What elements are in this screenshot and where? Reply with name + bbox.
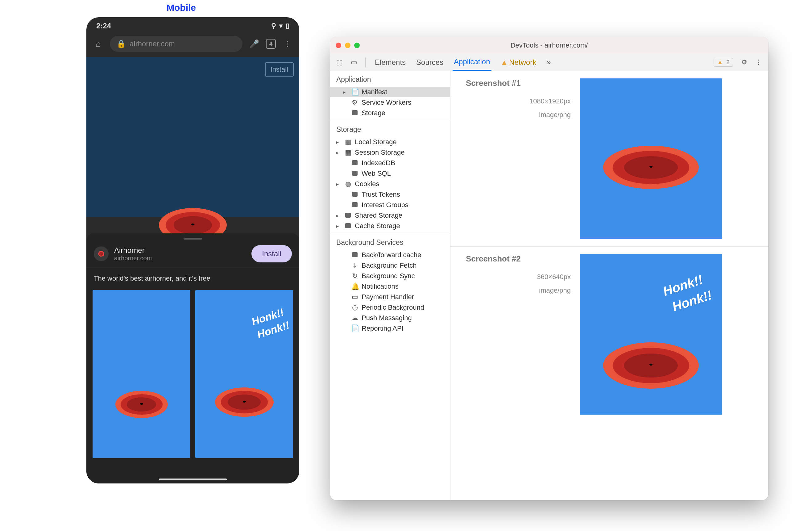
install-outline-button[interactable]: Install [265, 62, 294, 76]
sidebar-item-shared-storage[interactable]: ▸Shared Storage [330, 210, 450, 221]
phone-statusbar: 2:24 ⚲ ▾ ▯ [86, 17, 299, 33]
warning-icon: ▲ [501, 58, 508, 66]
screenshot-mime: image/png [460, 111, 571, 119]
kebab-menu-icon[interactable]: ⋮ [282, 38, 293, 50]
devtools-tabbar: ⬚ ▭ Elements Sources Application ▲Networ… [330, 54, 768, 71]
home-icon[interactable]: ⌂ [92, 38, 104, 50]
screenshot-preview: Honk!! Honk!! [580, 254, 722, 415]
sidebar-item-payment-handler[interactable]: ▭Payment Handler [330, 292, 450, 302]
screenshot-title: Screenshot #1 [466, 79, 571, 88]
sidebar-item-websql[interactable]: Web SQL [330, 168, 450, 179]
sidebar-item-periodic-background[interactable]: ◷Periodic Background [330, 302, 450, 313]
sheet-handle[interactable] [184, 238, 202, 240]
sheet-header: Airhorner airhorner.com Install [86, 245, 299, 268]
install-sheet: Airhorner airhorner.com Install The worl… [86, 233, 299, 484]
gesture-bar [159, 478, 227, 480]
manifest-screenshot-row: Screenshot #2 360×640px image/png Honk!!… [450, 247, 768, 422]
device-toggle-icon[interactable]: ▭ [351, 58, 357, 66]
page-viewport: Install [86, 57, 299, 217]
separator [365, 57, 366, 67]
sidebar-item-interest-groups[interactable]: Interest Groups [330, 200, 450, 210]
url-text: airhorner.com [130, 40, 175, 48]
sidebar-item-notifications[interactable]: 🔔Notifications [330, 281, 450, 292]
app-name: Airhorner [114, 246, 152, 255]
sidebar-item-push-messaging[interactable]: ☁Push Messaging [330, 313, 450, 323]
sidebar-item-cache-storage[interactable]: ▸Cache Storage [330, 221, 450, 231]
sidebar-item-trust-tokens[interactable]: Trust Tokens [330, 189, 450, 200]
screenshot-mime: image/png [460, 287, 571, 294]
sidebar-item-manifest[interactable]: ▸📄Manifest [330, 87, 450, 97]
app-icon [94, 246, 108, 261]
settings-icon[interactable] [741, 58, 747, 66]
sidebar-item-local-storage[interactable]: ▸▦Local Storage [330, 137, 450, 147]
sidebar-item-background-fetch[interactable]: ↧Background Fetch [330, 260, 450, 271]
statusbar-time: 2:24 [96, 22, 111, 30]
sidebar-item-backforward-cache[interactable]: Back/forward cache [330, 250, 450, 260]
airhorn-graphic [603, 343, 699, 389]
tab-elements[interactable]: Elements [374, 54, 407, 70]
application-sidebar: Application ▸📄Manifest ⚙Service Workers … [330, 71, 450, 500]
wifi-icon: ▾ [279, 22, 282, 30]
airhorn-graphic [215, 388, 274, 417]
section-title-storage: Storage [330, 121, 450, 137]
sidebar-item-session-storage[interactable]: ▸▦Session Storage [330, 147, 450, 158]
inspect-icon[interactable]: ⬚ [336, 58, 343, 66]
screenshot-title: Screenshot #2 [466, 254, 571, 264]
browser-toolbar: ⌂ 🔒 airhorner.com 🎤 4 ⋮ [86, 33, 299, 57]
sidebar-item-service-workers[interactable]: ⚙Service Workers [330, 97, 450, 108]
devtools-window: DevTools - airhorner.com/ ⬚ ▭ Elements S… [330, 37, 768, 500]
divider [86, 268, 299, 268]
airhorn-graphic [603, 146, 699, 189]
sidebar-item-cookies[interactable]: ▸◍Cookies [330, 179, 450, 189]
lock-icon: 🔒 [117, 40, 126, 48]
section-title-application: Application [330, 71, 450, 87]
tab-overflow[interactable]: » [546, 54, 552, 70]
screenshot-thumb[interactable] [92, 290, 190, 458]
window-title: DevTools - airhorner.com/ [330, 41, 768, 50]
section-title-background: Background Services [330, 234, 450, 250]
screenshot-preview [580, 79, 722, 239]
kebab-menu-icon[interactable]: ⋮ [755, 58, 762, 66]
mic-icon[interactable]: 🎤 [249, 38, 260, 50]
warnings-badge[interactable]: ▲2 [714, 58, 733, 67]
warning-icon: ▲ [717, 59, 723, 66]
tabs-button[interactable]: 4 [266, 39, 276, 49]
tab-network[interactable]: ▲Network [499, 54, 538, 70]
airhorn-graphic [115, 391, 168, 418]
tab-application[interactable]: Application [453, 54, 491, 71]
bluetooth-icon: ⚲ [271, 22, 276, 30]
sidebar-item-indexeddb[interactable]: IndexedDB [330, 158, 450, 168]
screenshot-dimensions: 1080×1920px [460, 97, 571, 105]
screenshot-carousel[interactable]: Honk!! Honk!! [86, 290, 299, 458]
statusbar-icons: ⚲ ▾ ▯ [271, 22, 289, 30]
mobile-label: Mobile [166, 2, 196, 13]
sidebar-item-storage[interactable]: Storage [330, 108, 450, 118]
sidebar-item-reporting-api[interactable]: 📄Reporting API [330, 323, 450, 334]
app-description: The world's best airhorner, and it's fre… [86, 275, 299, 290]
battery-icon: ▯ [286, 22, 289, 30]
manifest-screenshot-row: Screenshot #1 1080×1920px image/png [450, 71, 768, 247]
screenshot-thumb[interactable]: Honk!! Honk!! [195, 290, 293, 458]
tab-sources[interactable]: Sources [415, 54, 445, 70]
screenshot-dimensions: 360×640px [460, 273, 571, 281]
mobile-phone-frame: 2:24 ⚲ ▾ ▯ ⌂ 🔒 airhorner.com 🎤 4 ⋮ Insta… [86, 17, 299, 484]
url-bar[interactable]: 🔒 airhorner.com [110, 36, 243, 52]
install-button[interactable]: Install [251, 245, 292, 262]
window-titlebar: DevTools - airhorner.com/ [330, 37, 768, 54]
app-domain: airhorner.com [114, 255, 152, 262]
manifest-pane: Screenshot #1 1080×1920px image/png Scre… [450, 71, 768, 500]
sidebar-item-background-sync[interactable]: ↻Background Sync [330, 271, 450, 281]
